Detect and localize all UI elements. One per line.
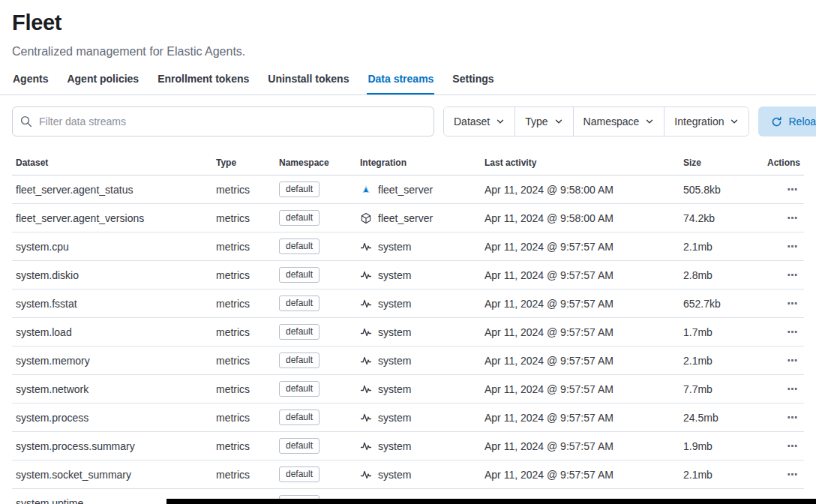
integration-cell: system bbox=[354, 404, 478, 432]
row-actions-button[interactable] bbox=[787, 325, 798, 338]
table-row: system.process.summarymetricsdefaultsyst… bbox=[12, 432, 804, 460]
last-activity-cell: Apr 11, 2024 @ 9:57:57 AM bbox=[478, 346, 677, 375]
integration-label: system bbox=[378, 469, 411, 481]
refresh-icon bbox=[771, 116, 782, 128]
tab-settings[interactable]: Settings bbox=[452, 67, 494, 94]
namespace-cell: default bbox=[273, 460, 354, 489]
column-header-size: Size bbox=[677, 150, 761, 176]
last-activity-cell: Apr 11, 2024 @ 9:57:57 AM bbox=[478, 290, 677, 318]
actions-cell bbox=[761, 432, 804, 460]
boxes-horizontal-icon bbox=[787, 414, 798, 425]
filter-dropdown-integration[interactable]: Integration bbox=[664, 107, 748, 136]
last-activity-cell: Apr 11, 2024 @ 9:57:57 AM bbox=[478, 432, 677, 460]
tab-enrollment-tokens[interactable]: Enrollment tokens bbox=[157, 67, 250, 94]
last-activity-cell: Apr 11, 2024 @ 9:57:57 AM bbox=[478, 261, 677, 290]
row-actions-button[interactable] bbox=[787, 268, 798, 280]
last-activity-cell: Apr 11, 2024 @ 9:58:00 AM bbox=[478, 204, 677, 232]
dataset-cell: system.process.summary bbox=[12, 432, 210, 460]
search-input[interactable] bbox=[12, 106, 434, 136]
row-actions-button[interactable] bbox=[787, 239, 798, 252]
tab-agent-policies[interactable]: Agent policies bbox=[66, 67, 140, 94]
table-row: system.cpumetricsdefaultsystemApr 11, 20… bbox=[12, 232, 804, 261]
tab-uninstall-tokens[interactable]: Uninstall tokens bbox=[267, 67, 350, 94]
filter-dropdown-label: Type bbox=[525, 116, 548, 128]
namespace-badge: default bbox=[279, 267, 320, 283]
row-actions-button[interactable] bbox=[787, 410, 798, 423]
actions-cell bbox=[761, 290, 804, 318]
dataset-cell: system.fsstat bbox=[12, 290, 210, 318]
last-activity-cell: Apr 11, 2024 @ 9:58:00 AM bbox=[478, 176, 677, 204]
system-icon bbox=[360, 241, 372, 253]
namespace-cell: default bbox=[273, 432, 354, 460]
size-cell: 74.2kb bbox=[677, 204, 761, 232]
reload-button[interactable]: Reload bbox=[758, 106, 816, 136]
type-cell: metrics bbox=[210, 261, 273, 290]
last-activity-cell: Apr 11, 2024 @ 9:57:57 AM bbox=[478, 232, 677, 261]
chevron-down-icon bbox=[730, 117, 739, 126]
row-actions-button[interactable] bbox=[787, 211, 798, 224]
screen-edge-artifact bbox=[166, 499, 816, 504]
system-icon bbox=[360, 412, 372, 424]
size-cell: 2.1mb bbox=[677, 346, 761, 375]
reload-label: Reload bbox=[788, 116, 816, 128]
row-actions-button[interactable] bbox=[787, 467, 798, 480]
row-actions-button[interactable] bbox=[787, 353, 798, 366]
integration-label: system bbox=[378, 298, 411, 310]
tab-data-streams[interactable]: Data streams bbox=[367, 67, 434, 94]
filter-dropdown-dataset[interactable]: Dataset bbox=[444, 107, 515, 136]
filter-dropdown-label: Integration bbox=[674, 116, 724, 128]
page-title: Fleet bbox=[12, 0, 804, 35]
integration-label: system bbox=[378, 383, 411, 395]
row-actions-button[interactable] bbox=[787, 296, 798, 309]
table-row: system.diskiometricsdefaultsystemApr 11,… bbox=[12, 261, 804, 290]
type-cell: metrics bbox=[210, 290, 273, 318]
filter-dropdown-type[interactable]: Type bbox=[515, 107, 573, 136]
table-row: system.processmetricsdefaultsystemApr 11… bbox=[12, 404, 804, 432]
row-actions-button[interactable] bbox=[787, 382, 798, 394]
namespace-cell: default bbox=[273, 176, 354, 204]
size-cell: 652.7kb bbox=[677, 290, 761, 318]
filter-group: DatasetTypeNamespaceIntegration bbox=[443, 106, 749, 136]
namespace-cell: default bbox=[273, 261, 354, 290]
table-body: fleet_server.agent_statusmetricsdefaultf… bbox=[12, 176, 804, 504]
last-activity-cell: Apr 11, 2024 @ 9:57:57 AM bbox=[478, 404, 677, 432]
namespace-badge: default bbox=[279, 238, 320, 254]
search-box bbox=[12, 106, 434, 136]
boxes-horizontal-icon bbox=[787, 357, 798, 368]
dataset-cell: fleet_server.agent_status bbox=[12, 176, 210, 204]
system-icon bbox=[360, 269, 372, 281]
column-header-dataset: Dataset bbox=[12, 150, 210, 176]
tab-agents[interactable]: Agents bbox=[12, 67, 49, 94]
actions-cell bbox=[761, 176, 804, 204]
namespace-badge: default bbox=[279, 466, 320, 482]
type-cell: metrics bbox=[210, 232, 273, 261]
system-icon bbox=[360, 469, 372, 481]
actions-cell bbox=[761, 404, 804, 432]
table-row: system.loadmetricsdefaultsystemApr 11, 2… bbox=[12, 318, 804, 346]
system-icon bbox=[360, 440, 372, 452]
namespace-badge: default bbox=[279, 296, 320, 311]
package-icon bbox=[360, 212, 372, 224]
integration-cell: fleet_server bbox=[354, 204, 478, 232]
table-row: system.networkmetricsdefaultsystemApr 11… bbox=[12, 375, 804, 404]
filter-dropdown-namespace[interactable]: Namespace bbox=[574, 107, 665, 136]
integration-cell: system bbox=[354, 375, 478, 404]
fleet-data-streams-page: Fleet Centralized management for Elastic… bbox=[0, 0, 816, 504]
boxes-horizontal-icon bbox=[787, 300, 798, 311]
size-cell: 505.8kb bbox=[677, 176, 761, 204]
integration-cell: system bbox=[354, 432, 478, 460]
row-actions-button[interactable] bbox=[787, 439, 798, 452]
actions-cell bbox=[761, 204, 804, 232]
system-icon bbox=[360, 326, 372, 338]
namespace-badge: default bbox=[279, 210, 320, 226]
last-activity-cell: Apr 11, 2024 @ 9:57:57 AM bbox=[478, 318, 677, 346]
integration-cell: system bbox=[354, 318, 478, 346]
integration-label: system bbox=[378, 440, 411, 452]
boxes-horizontal-icon bbox=[787, 328, 798, 340]
row-actions-button[interactable] bbox=[787, 182, 798, 195]
last-activity-cell: Apr 11, 2024 @ 9:57:57 AM bbox=[478, 460, 677, 489]
dataset-cell: system.socket_summary bbox=[12, 460, 210, 489]
boxes-horizontal-icon bbox=[787, 186, 798, 197]
boxes-horizontal-icon bbox=[787, 442, 798, 454]
namespace-badge: default bbox=[279, 182, 320, 197]
